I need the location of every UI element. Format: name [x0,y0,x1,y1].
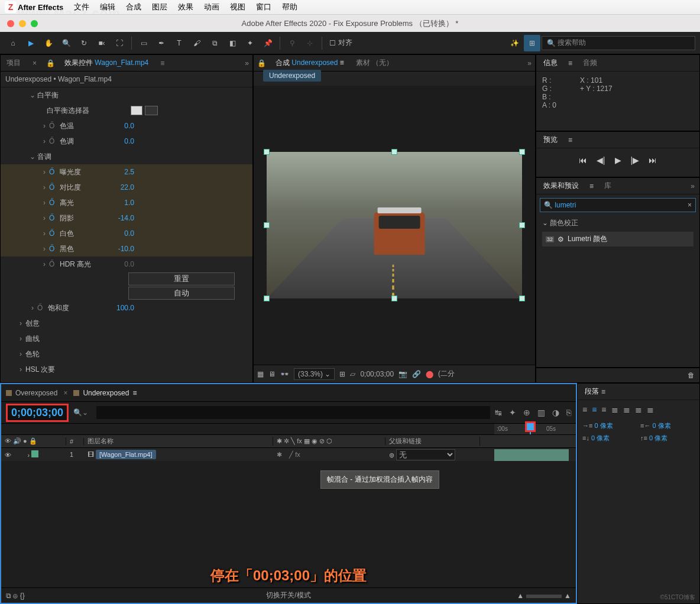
orbit-tool[interactable]: ↻ [76,35,92,51]
twirl-icon[interactable]: › [41,168,48,176]
first-frame-icon[interactable]: ⏮ [579,155,587,165]
render-icon[interactable]: ⎘ [566,408,571,417]
layer-row[interactable]: 👁 › 1 🎞 [Wagon_Flat.mp4] ✱ ╱ fx ⊚ 无 [1,448,576,461]
pickwhip-icon[interactable]: ⊚ [389,452,394,459]
reset-button[interactable]: 重置 [128,272,235,285]
space-before[interactable]: ≡↓ 0 像素 [582,434,637,443]
prop-whites-value[interactable]: 0.0 [124,229,134,238]
align-right-icon[interactable]: ≡ [601,405,606,414]
pan-behind-tool[interactable]: ⛶ [111,35,128,51]
shy-icon[interactable]: ↹ [495,408,502,417]
indent-left[interactable]: →≡ 0 像素 [582,421,637,430]
motion-blur-icon[interactable]: ⊕ [523,408,530,417]
home-icon[interactable]: ⌂ [5,35,21,51]
zoom-slider[interactable] [526,595,562,598]
zoom-in-icon[interactable]: ▲ [564,592,571,600]
zoom-out-icon[interactable]: ▲ [517,592,524,600]
panel-menu-icon[interactable]: ≡ [568,136,572,144]
draft-icon[interactable]: ◑ [552,408,559,417]
resolution-dropdown[interactable]: (二分 [438,369,455,379]
indent-right[interactable]: ≡← 0 像素 [640,421,695,430]
timeline-timecode[interactable]: 0;00;03;00 [6,404,69,422]
last-frame-icon[interactable]: ⏭ [649,155,657,165]
viewer-timecode[interactable]: 0;00;03;00 [360,370,394,378]
chevron-right-icon[interactable]: » [691,182,695,190]
twirl-icon[interactable]: › [41,199,48,207]
tab-footage[interactable]: 素材 （无） [354,57,396,69]
rectangle-tool[interactable]: ▭ [135,35,152,51]
prop-temp-value[interactable]: 0.0 [124,122,134,130]
space-after[interactable]: ↑≡ 0 像素 [640,434,695,443]
col-number[interactable]: # [66,438,84,445]
eraser-tool[interactable]: ◧ [224,35,241,51]
next-frame-icon[interactable]: |▶ [631,155,640,165]
panel-menu-icon[interactable]: ≡ [589,182,594,190]
justify-all-icon[interactable]: ≣ [647,405,654,414]
trash-icon[interactable]: 🗑 [688,371,695,379]
prop-tint-value[interactable]: 0.0 [124,137,134,145]
lock-icon[interactable]: 🔒 [257,59,266,67]
selection-tool[interactable]: ▶ [22,35,39,51]
stopwatch-icon[interactable]: Ő [49,183,57,191]
menu-composition[interactable]: 合成 [126,2,141,12]
justify-center-icon[interactable]: ≣ [623,405,630,414]
twirl-icon[interactable]: › [17,335,24,343]
twirl-icon[interactable]: › [17,365,24,374]
timeline-search-input[interactable] [96,406,490,419]
zoom-tool[interactable]: 🔍 [58,35,74,51]
tab-project-close[interactable]: × [30,58,39,69]
menu-edit[interactable]: 编辑 [100,2,115,12]
type-tool[interactable]: T [171,35,187,51]
panel-menu-icon[interactable]: ≡ [601,388,605,396]
play-icon[interactable]: ▶ [615,155,621,165]
clone-tool[interactable]: ⧉ [206,35,223,51]
chevron-right-icon[interactable]: » [245,59,249,67]
lock-icon[interactable]: 🔒 [46,59,55,67]
prop-shadows-value[interactable]: -14.0 [118,214,134,222]
transform-handle[interactable] [391,149,397,155]
axis-icon-2[interactable]: ⊹ [302,35,318,51]
menu-file[interactable]: 文件 [74,2,89,12]
twirl-icon[interactable]: › [17,350,24,358]
workspace-icon[interactable]: ⊞ [524,35,540,51]
align-center-icon[interactable]: ≡ [592,405,597,414]
prop-creative[interactable]: 创意 [25,319,40,329]
stopwatch-icon[interactable]: Ő [37,304,46,312]
prev-frame-icon[interactable]: ◀| [597,155,605,165]
tab-project[interactable]: 项目 [4,57,23,69]
stopwatch-icon[interactable]: Ő [49,168,57,176]
twirl-icon[interactable]: ⌄ [542,219,548,227]
parent-dropdown[interactable]: 无 [396,449,455,460]
stopwatch-icon[interactable]: Ő [49,214,57,222]
color-scope-icon[interactable]: 🔗 [412,370,421,378]
tab-composition[interactable]: 合成 Underexposed ≡ [273,57,346,69]
col-parent[interactable]: 父级和链接 [385,437,480,446]
tab-audio[interactable]: 音频 [581,57,599,69]
layer-name[interactable]: [Wagon_Flat.mp4] [96,450,155,459]
search-icon[interactable]: 🔍⌄ [73,408,88,417]
layer-clip[interactable] [494,449,569,461]
hand-tool[interactable]: ✋ [40,35,57,51]
twirl-icon[interactable]: › [41,122,48,130]
transform-handle[interactable] [519,222,525,228]
time-ruler[interactable]: :00s 05s [494,424,576,434]
playhead[interactable] [530,424,531,434]
tab-close-icon[interactable]: × [63,389,67,397]
puppet-tool[interactable]: 📌 [260,35,276,51]
transform-handle[interactable] [264,222,270,228]
menu-help[interactable]: 帮助 [282,2,297,12]
safe-zones-icon[interactable]: ⊞ [339,370,345,378]
panel-menu-icon[interactable]: ≡ [158,58,167,69]
menu-effect[interactable]: 效果 [178,2,193,12]
effects-search-input[interactable]: 🔍 lumetri× [540,198,696,212]
composition-viewer[interactable] [254,86,535,365]
crop-icon[interactable]: ▱ [350,370,355,378]
stopwatch-icon[interactable]: Ő [49,137,57,145]
toggle-switches-modes[interactable]: 切换开关/模式 [266,590,310,600]
playhead-marker[interactable] [525,421,536,432]
roto-tool[interactable]: ✦ [242,35,258,51]
twirl-icon[interactable]: › [41,137,48,145]
tab-library[interactable]: 库 [602,180,614,192]
twirl-icon[interactable]: ⌄ [29,91,36,99]
display-icon[interactable]: 🖥 [268,370,276,378]
